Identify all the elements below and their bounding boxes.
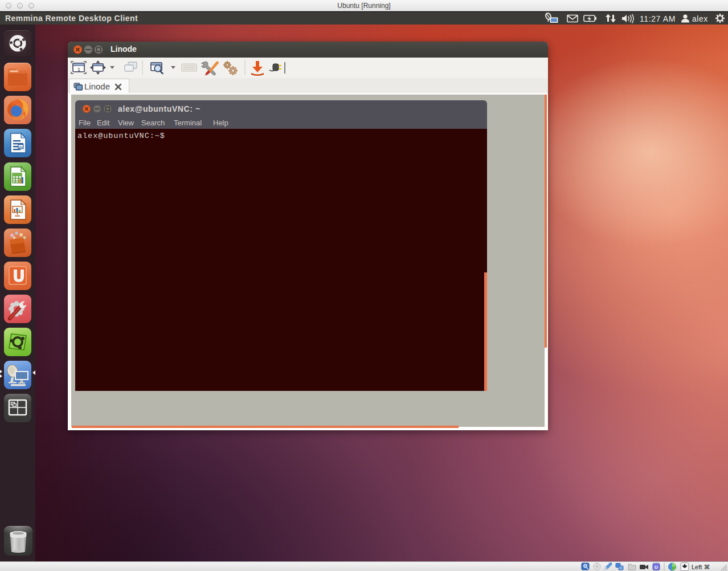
svg-text:U: U (655, 565, 658, 570)
svg-text:1: 1 (77, 67, 80, 72)
svg-text:Left ⌘: Left ⌘ (692, 564, 710, 570)
svg-text:alex: alex (692, 14, 708, 23)
svg-text:11:27 AM: 11:27 AM (640, 14, 676, 23)
